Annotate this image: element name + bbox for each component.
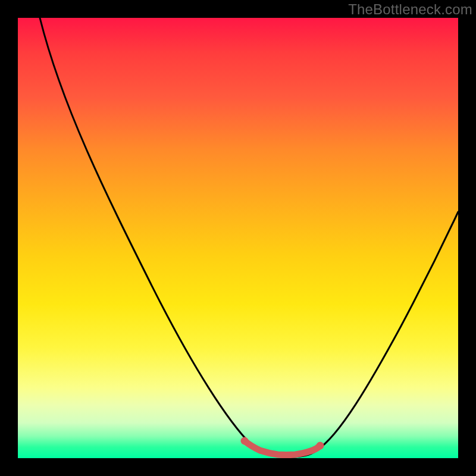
curve-layer xyxy=(18,18,458,458)
watermark-text: TheBottleneck.com xyxy=(348,1,472,18)
bottleneck-chart: TheBottleneck.com xyxy=(0,0,476,476)
optimal-segment-start-dot xyxy=(241,437,249,445)
optimal-segment-path xyxy=(245,441,320,455)
plot-area xyxy=(18,18,458,458)
bottleneck-curve-path xyxy=(40,18,458,457)
optimal-segment-end-dot xyxy=(317,442,324,450)
